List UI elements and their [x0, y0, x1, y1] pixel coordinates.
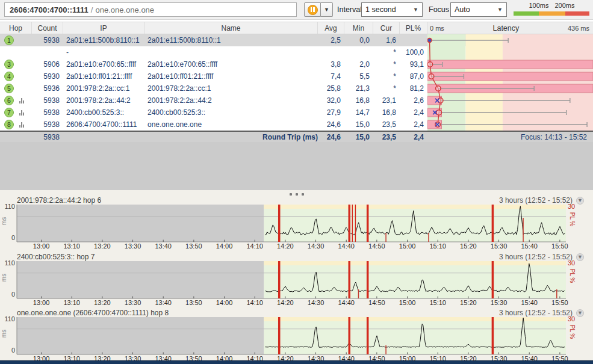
x-tick-label: 13:10	[57, 299, 86, 306]
pl-cell: 2,4	[400, 119, 427, 131]
x-tick-label: 15:10	[423, 299, 452, 306]
round-trip-summary-row[interactable]: 5938 Round Trip (ms) 24,6 15,0 23,5 2,4 …	[0, 131, 593, 142]
ip-cell: -	[63, 46, 144, 58]
x-tick-label: 14:00	[210, 299, 239, 306]
target-address-box[interactable]: 2606:4700:4700::1111 / one.one.one.one	[4, 2, 297, 17]
interval-select[interactable]: 1 second ▼	[361, 2, 423, 17]
x-tick-label: 15:20	[454, 242, 483, 250]
avg-cell: 27,9	[318, 106, 344, 119]
avg-cell: 2,5	[318, 34, 344, 46]
name-cell: one.one.one.one	[144, 119, 318, 131]
cur-cell: *	[373, 46, 400, 58]
x-tick-label: 13:40	[149, 299, 178, 306]
target-separator: /	[91, 5, 93, 14]
legend-200ms-label: 200ms	[551, 2, 579, 9]
hop-badge: 6	[4, 96, 14, 105]
chart-range-label: 3 hours (12:52 - 15:52)	[499, 253, 573, 261]
summary-label: Round Trip (ms)	[63, 133, 318, 141]
header-avg[interactable]: Avg	[318, 22, 344, 34]
hop-badge: 3	[4, 60, 14, 69]
latency-graph-column	[427, 34, 593, 131]
mini-graph-icon[interactable]	[19, 122, 24, 128]
x-tick-label: 14:00	[210, 242, 239, 250]
latency-max-label: 436 ms	[568, 25, 589, 32]
pause-dropdown-button[interactable]: ▼	[321, 2, 333, 17]
x-tick-label: 13:20	[88, 242, 117, 250]
pl-cell	[400, 34, 427, 46]
x-tick-label: 14:20	[271, 299, 300, 306]
x-tick-label: 13:30	[119, 242, 147, 250]
timeline-chart-hop8: one.one.one.one (2606:4700:4700::1111) h…	[0, 309, 593, 363]
summary-min: 15,0	[344, 133, 373, 141]
mini-graph-icon[interactable]	[19, 110, 24, 116]
x-tick-label: 13:40	[149, 242, 178, 250]
x-tick-label: 14:50	[362, 242, 391, 250]
header-min[interactable]: Min	[344, 22, 373, 34]
latency-min-label: 0 ms	[430, 25, 444, 32]
header-hop[interactable]: Hop	[0, 22, 32, 34]
x-tick-label: 14:20	[271, 242, 300, 250]
hop-cell: 4	[0, 70, 32, 82]
toolbar: 2606:4700:4700::1111 / one.one.one.one ▼…	[0, 0, 593, 20]
latency-timeline-plot[interactable]	[0, 316, 593, 355]
avg-cell: 7,4	[318, 70, 344, 82]
x-tick-label: 15:30	[485, 299, 514, 306]
count-cell: 5906	[32, 58, 63, 70]
pause-button[interactable]	[304, 2, 321, 17]
hop-cell: 8	[0, 119, 32, 131]
focus-range-label: Focus: 14:13 - 15:52	[427, 133, 593, 141]
x-tick-label: 15:40	[515, 242, 544, 250]
chart-title: 2400:cb00:525:3:: hop 7	[17, 253, 95, 261]
focus-select[interactable]: Auto ▼	[450, 2, 507, 17]
latency-timeline-plot[interactable]	[0, 204, 593, 242]
header-count[interactable]: Count	[32, 22, 63, 34]
header-name[interactable]: Name	[144, 22, 318, 34]
timeline-chart-hop7: 2400:cb00:525:3:: hop 7 3 hours (12:52 -…	[0, 253, 593, 307]
avg-cell: 32,0	[318, 94, 344, 106]
header-ip[interactable]: IP	[63, 22, 144, 34]
mini-graph-icon[interactable]	[19, 97, 24, 103]
name-cell: 2a01:e10:e700:65::ffff	[144, 58, 318, 70]
count-cell: 5936	[32, 82, 63, 94]
x-tick-label: 13:50	[179, 242, 208, 250]
pl-cell: 87,0	[400, 70, 427, 82]
hop-cell: 3	[0, 58, 32, 70]
cur-cell: *	[373, 58, 400, 70]
cur-cell: 23,5	[373, 119, 400, 131]
focus-label: Focus	[429, 5, 449, 14]
x-tick-label: 14:40	[332, 299, 361, 306]
x-tick-label: 13:00	[27, 242, 56, 250]
chart-title: 2001:978:2:2a::44:2 hop 6	[17, 196, 101, 205]
x-tick-label: 15:00	[393, 242, 422, 250]
latency-timeline-plot[interactable]	[0, 261, 593, 299]
avg-cell: 25,8	[318, 82, 344, 94]
ip-cell: 2606:4700:4700::1111	[63, 119, 144, 131]
hop-cell: 7	[0, 106, 32, 119]
ip-cell: 2a01:e11:500b:8110::1	[63, 34, 144, 46]
header-pl[interactable]: PL%	[400, 22, 427, 34]
min-cell: 21,3	[344, 82, 373, 94]
header-latency[interactable]: 0 ms Latency 436 ms	[427, 22, 593, 34]
min-cell: 5,5	[344, 70, 373, 82]
header-cur[interactable]: Cur	[373, 22, 400, 34]
min-cell	[344, 46, 373, 58]
cur-cell: *	[373, 70, 400, 82]
min-cell: 0,0	[344, 34, 373, 46]
x-tick-label: 13:30	[119, 299, 147, 306]
cur-cell: *	[373, 82, 400, 94]
chevron-down-icon: ▼	[497, 7, 503, 13]
x-tick-label: 15:20	[454, 299, 483, 306]
x-tick-label: 15:10	[423, 242, 452, 250]
name-cell: 2a01:e10:ff01:21::ffff	[144, 70, 318, 82]
x-tick-label: 13:20	[88, 299, 117, 306]
legend-gradient-bar	[514, 11, 589, 16]
ip-cell: 2a01:e10:ff01:21::ffff	[63, 70, 144, 82]
x-tick-label: 15:50	[545, 299, 574, 306]
cur-cell: 1,6	[373, 34, 400, 46]
latency-color-legend: 100ms 200ms	[514, 1, 589, 19]
trace-control-group: ▼	[304, 2, 333, 17]
hop-badge: 8	[4, 120, 14, 129]
target-ip: 2606:4700:4700::1111	[10, 5, 88, 14]
x-tick-label: 14:10	[240, 299, 269, 306]
pause-icon	[308, 5, 318, 15]
